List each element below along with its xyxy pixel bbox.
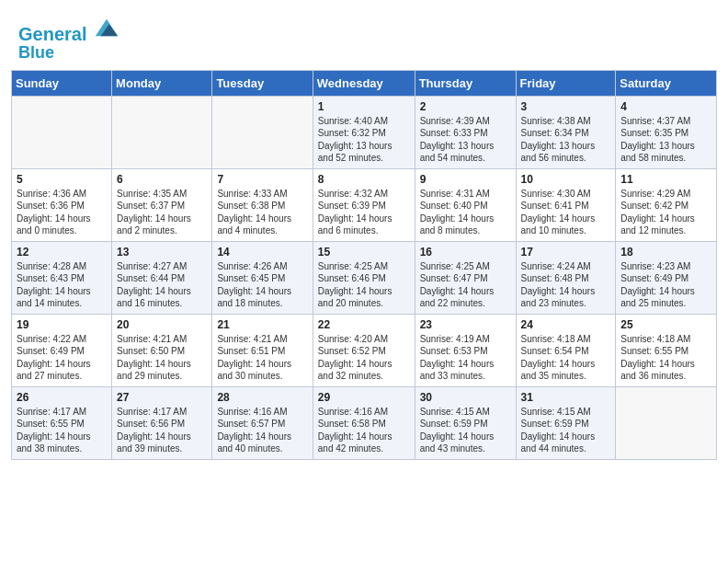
day-info: Sunrise: 4:28 AM Sunset: 6:43 PM Dayligh… [17,260,107,310]
day-number: 24 [521,318,611,331]
day-header-wednesday: Wednesday [313,70,415,96]
day-cell: 3Sunrise: 4:38 AM Sunset: 6:34 PM Daylig… [516,96,616,168]
day-cell [616,386,717,459]
day-info: Sunrise: 4:16 AM Sunset: 6:57 PM Dayligh… [217,406,307,455]
day-number: 19 [17,318,107,331]
day-number: 5 [17,173,107,186]
day-number: 29 [318,391,410,404]
day-cell: 30Sunrise: 4:15 AM Sunset: 6:59 PM Dayli… [415,386,516,459]
day-info: Sunrise: 4:30 AM Sunset: 6:41 PM Dayligh… [521,188,611,237]
day-info: Sunrise: 4:17 AM Sunset: 6:56 PM Dayligh… [117,406,207,455]
day-info: Sunrise: 4:29 AM Sunset: 6:42 PM Dayligh… [620,188,711,237]
day-header-friday: Friday [516,70,616,96]
day-number: 22 [318,318,410,331]
day-number: 10 [521,173,611,186]
day-info: Sunrise: 4:18 AM Sunset: 6:54 PM Dayligh… [521,333,611,383]
day-cell: 7Sunrise: 4:33 AM Sunset: 6:38 PM Daylig… [212,168,313,241]
calendar-table: SundayMondayTuesdayWednesdayThursdayFrid… [11,70,717,460]
day-cell: 24Sunrise: 4:18 AM Sunset: 6:54 PM Dayli… [516,314,616,386]
day-cell: 22Sunrise: 4:20 AM Sunset: 6:52 PM Dayli… [313,314,415,386]
week-row-2: 5Sunrise: 4:36 AM Sunset: 6:36 PM Daylig… [12,168,717,241]
day-number: 31 [521,391,611,404]
day-info: Sunrise: 4:21 AM Sunset: 6:50 PM Dayligh… [117,333,207,383]
day-cell [112,96,212,168]
day-number: 1 [318,100,410,113]
day-cell: 13Sunrise: 4:27 AM Sunset: 6:44 PM Dayli… [112,241,212,314]
day-cell: 19Sunrise: 4:22 AM Sunset: 6:49 PM Dayli… [12,314,112,386]
day-number: 26 [17,391,107,404]
calendar-body: 1Sunrise: 4:40 AM Sunset: 6:32 PM Daylig… [12,96,717,459]
day-header-sunday: Sunday [12,70,112,96]
page-header: General Blue [0,0,728,70]
day-number: 9 [420,173,511,186]
day-info: Sunrise: 4:15 AM Sunset: 6:59 PM Dayligh… [420,406,511,455]
day-cell: 28Sunrise: 4:16 AM Sunset: 6:57 PM Dayli… [212,386,313,459]
day-number: 6 [117,173,207,186]
day-cell: 11Sunrise: 4:29 AM Sunset: 6:42 PM Dayli… [616,168,717,241]
day-cell: 9Sunrise: 4:31 AM Sunset: 6:40 PM Daylig… [415,168,516,241]
day-number: 8 [318,173,410,186]
day-info: Sunrise: 4:25 AM Sunset: 6:47 PM Dayligh… [420,260,511,310]
logo-general: General [18,24,86,44]
day-info: Sunrise: 4:21 AM Sunset: 6:51 PM Dayligh… [217,333,307,383]
day-number: 15 [318,246,410,259]
day-number: 23 [420,318,511,331]
day-info: Sunrise: 4:15 AM Sunset: 6:59 PM Dayligh… [521,406,611,455]
day-cell: 10Sunrise: 4:30 AM Sunset: 6:41 PM Dayli… [516,168,616,241]
day-number: 17 [521,246,611,259]
day-header-tuesday: Tuesday [212,70,313,96]
day-number: 30 [420,391,511,404]
day-number: 11 [620,173,711,186]
day-number: 2 [420,100,511,113]
day-cell: 17Sunrise: 4:24 AM Sunset: 6:48 PM Dayli… [516,241,616,314]
day-info: Sunrise: 4:19 AM Sunset: 6:53 PM Dayligh… [420,333,511,383]
week-row-5: 26Sunrise: 4:17 AM Sunset: 6:55 PM Dayli… [12,386,717,459]
day-number: 27 [117,391,207,404]
day-header-monday: Monday [112,70,212,96]
day-cell: 16Sunrise: 4:25 AM Sunset: 6:47 PM Dayli… [415,241,516,314]
day-number: 13 [117,246,207,259]
day-info: Sunrise: 4:31 AM Sunset: 6:40 PM Dayligh… [420,188,511,237]
day-number: 4 [620,100,711,113]
day-number: 18 [620,246,711,259]
week-row-3: 12Sunrise: 4:28 AM Sunset: 6:43 PM Dayli… [12,241,717,314]
day-cell: 18Sunrise: 4:23 AM Sunset: 6:49 PM Dayli… [616,241,717,314]
day-info: Sunrise: 4:18 AM Sunset: 6:55 PM Dayligh… [620,333,711,383]
day-info: Sunrise: 4:38 AM Sunset: 6:34 PM Dayligh… [521,115,611,165]
day-number: 12 [17,246,107,259]
day-cell: 15Sunrise: 4:25 AM Sunset: 6:46 PM Dayli… [313,241,415,314]
day-info: Sunrise: 4:26 AM Sunset: 6:45 PM Dayligh… [217,260,307,310]
calendar: SundayMondayTuesdayWednesdayThursdayFrid… [0,70,728,471]
day-info: Sunrise: 4:39 AM Sunset: 6:33 PM Dayligh… [420,115,511,165]
day-info: Sunrise: 4:22 AM Sunset: 6:49 PM Dayligh… [17,333,107,383]
day-cell: 8Sunrise: 4:32 AM Sunset: 6:39 PM Daylig… [313,168,415,241]
day-info: Sunrise: 4:33 AM Sunset: 6:38 PM Dayligh… [217,188,307,237]
day-number: 21 [217,318,307,331]
day-cell: 25Sunrise: 4:18 AM Sunset: 6:55 PM Dayli… [616,314,717,386]
day-cell: 29Sunrise: 4:16 AM Sunset: 6:58 PM Dayli… [313,386,415,459]
day-info: Sunrise: 4:24 AM Sunset: 6:48 PM Dayligh… [521,260,611,310]
logo-blue: Blue [18,44,119,63]
day-number: 20 [117,318,207,331]
logo: General Blue [18,15,119,63]
day-number: 28 [217,391,307,404]
day-info: Sunrise: 4:32 AM Sunset: 6:39 PM Dayligh… [318,188,410,237]
day-number: 16 [420,246,511,259]
day-info: Sunrise: 4:40 AM Sunset: 6:32 PM Dayligh… [318,115,410,165]
day-cell: 21Sunrise: 4:21 AM Sunset: 6:51 PM Dayli… [212,314,313,386]
week-row-4: 19Sunrise: 4:22 AM Sunset: 6:49 PM Dayli… [12,314,717,386]
day-info: Sunrise: 4:25 AM Sunset: 6:46 PM Dayligh… [318,260,410,310]
day-number: 7 [217,173,307,186]
day-cell: 12Sunrise: 4:28 AM Sunset: 6:43 PM Dayli… [12,241,112,314]
day-header-thursday: Thursday [415,70,516,96]
day-info: Sunrise: 4:17 AM Sunset: 6:55 PM Dayligh… [17,406,107,455]
day-cell: 6Sunrise: 4:35 AM Sunset: 6:37 PM Daylig… [112,168,212,241]
day-info: Sunrise: 4:37 AM Sunset: 6:35 PM Dayligh… [620,115,711,165]
day-info: Sunrise: 4:36 AM Sunset: 6:36 PM Dayligh… [17,188,107,237]
day-number: 14 [217,246,307,259]
day-number: 3 [521,100,611,113]
day-cell: 20Sunrise: 4:21 AM Sunset: 6:50 PM Dayli… [112,314,212,386]
day-header-saturday: Saturday [616,70,717,96]
day-cell: 1Sunrise: 4:40 AM Sunset: 6:32 PM Daylig… [313,96,415,168]
day-info: Sunrise: 4:27 AM Sunset: 6:44 PM Dayligh… [117,260,207,310]
